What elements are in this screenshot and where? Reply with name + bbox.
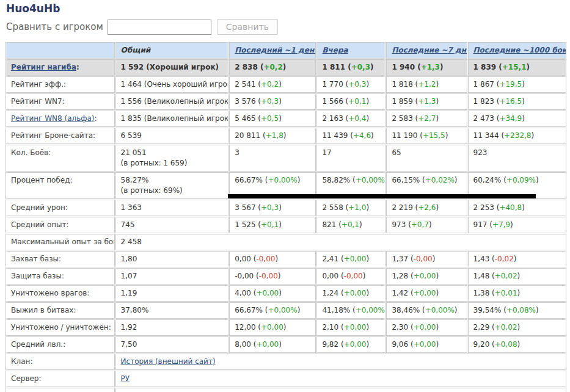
stat-value: 66,15%: [392, 176, 420, 184]
stat-delta: +0,00%: [425, 306, 455, 314]
row-label-cell: Рейтинг WN8 (альфа):: [5, 111, 115, 127]
stat-cell: 38,46% (+0,00%): [386, 302, 467, 319]
stat-delta: +0,02%: [425, 176, 455, 184]
column-header-link[interactable]: Последние ~7 дни: [392, 46, 467, 54]
stat-cell: 1 592 (Хороший игрок): [115, 59, 229, 76]
stat-cell: 2 219 (+2,6): [386, 200, 467, 216]
row-label-cell: Сервер:: [5, 371, 115, 387]
row-label-cell: Процент побед:: [5, 172, 115, 199]
stat-cell: 9,82 (+0,00): [316, 336, 385, 353]
stat-cell: 7,50: [115, 336, 229, 353]
stat-cell: 2 558 (+1,0): [316, 200, 385, 216]
stat-value: 11 344: [473, 131, 499, 140]
row-label-cell: Рейтинг эфф.:: [5, 76, 115, 93]
stat-value: -0,00: [235, 272, 254, 280]
column-header: Вчера: [316, 42, 385, 59]
stat-delta: +7,9: [492, 220, 510, 229]
stats-table-head: ОбщийПоследний ~1 деньВчераПоследние ~7 …: [5, 42, 566, 59]
row-label: Защита базы: [11, 272, 62, 280]
table-row: Средний урон:1 3633 567 (+0,3)2 558 (+1,…: [5, 200, 566, 216]
stat-subvalue: (в ротных: 1 659): [121, 159, 224, 168]
stat-delta: +0,2: [263, 63, 282, 71]
compare-button[interactable]: Сравнить: [217, 19, 278, 35]
column-header-link[interactable]: Последние ~1000 бои: [473, 46, 566, 54]
stat-cell: 1,42 (+0,00): [386, 285, 467, 302]
row-label: Кол. Боёв: [11, 148, 48, 157]
stat-value: 1 811: [322, 63, 345, 71]
stat-cell: 9,06 (+0,00): [386, 336, 467, 353]
stat-delta: +0,00: [344, 255, 367, 263]
stat-cell: История (внешний сайт): [115, 354, 566, 370]
stat-delta: +0,02: [495, 323, 517, 332]
table-row: Выжил в битвах:37,80%66,67% (+0,00%)41,1…: [5, 302, 566, 319]
row-label-link[interactable]: Рейтинг нагиба: [11, 63, 76, 71]
stat-cell: 1 525 (+0,1): [229, 217, 316, 233]
stat-value: 1 770: [322, 80, 343, 89]
stat-value: 11 439: [322, 131, 348, 140]
server-link[interactable]: РУ: [121, 374, 130, 383]
column-header: Общий: [115, 42, 229, 59]
stat-delta: +0,3: [351, 63, 370, 71]
row-label: Средний урон: [11, 203, 65, 212]
stat-cell: 2 838 (+0,2): [229, 59, 316, 76]
compare-player-input[interactable]: [108, 20, 211, 35]
stat-value: 66,67%: [235, 306, 263, 314]
stat-value: 2 583: [392, 114, 412, 123]
stat-value: 1 566: [322, 97, 343, 106]
stat-delta: +0,00: [414, 340, 436, 349]
row-label: Захват базы: [11, 255, 59, 263]
stat-cell: -0,00 (-0,00): [229, 268, 316, 285]
stat-delta: -0,00: [259, 272, 278, 280]
stat-delta: +1,3: [421, 63, 440, 71]
stat-value: 1 592 (Хороший игрок): [121, 63, 219, 71]
stat-value: 7,50: [121, 340, 137, 349]
row-label-link[interactable]: Рейтинг WN8 (альфа): [11, 114, 95, 123]
row-label: Рейтинг WN7: [11, 97, 62, 106]
column-header-link[interactable]: Вчера: [322, 46, 348, 54]
row-label: Рейтинг Броне-сайта: [11, 131, 93, 140]
stat-cell: 923: [468, 145, 566, 172]
stat-value: 2 541: [235, 80, 255, 89]
stat-cell: 6 539: [115, 128, 229, 144]
row-label-cell: Средний лвл.:: [5, 336, 115, 353]
stat-value: 4,00: [235, 289, 251, 297]
row-label: Уничтожено врагов: [11, 289, 87, 297]
stat-cell: 1,48 (+0,02): [468, 268, 566, 285]
stat-delta: +0,3: [261, 203, 279, 212]
table-row: Уничтожено врагов:1,194,00 (+0,00)1,24 (…: [5, 285, 566, 302]
stat-value: 2,30: [392, 323, 408, 332]
stat-cell: 1,19: [115, 285, 229, 302]
stat-delta: +0,00: [344, 340, 367, 349]
stat-value: 2 838: [235, 63, 258, 71]
row-label-cell: Захват базы:: [5, 251, 115, 267]
stat-cell: 1,07: [115, 268, 229, 285]
stat-cell: 745: [115, 217, 229, 233]
column-header-link[interactable]: Последний ~1 день: [235, 46, 316, 54]
stat-cell: 1 556 (Великолепный игрок): [115, 93, 229, 110]
stat-cell: 1 770 (+0,3): [316, 76, 385, 93]
stat-value: 12,00: [235, 323, 255, 332]
stat-cell: 21 051(в ротных: 1 659): [115, 145, 229, 172]
table-row: Захват базы:1,800,00 (-0,00)2,41 (+0,00)…: [5, 251, 566, 267]
stat-value: 0,00: [235, 255, 251, 263]
stat-delta: +0,02: [495, 272, 517, 280]
clan-history-link[interactable]: История (внешний сайт): [121, 357, 216, 366]
stat-cell: 11 439 (+4,6): [316, 128, 385, 144]
stat-cell: 2 473 (+34,9): [468, 111, 566, 127]
stat-cell: 1,92: [115, 319, 229, 336]
stat-cell: 1 835 (Великолепный игрок): [115, 111, 229, 127]
stat-value: 2 458: [121, 238, 142, 246]
stat-value: 1 839: [473, 63, 497, 71]
stat-value: 2,29: [473, 323, 490, 332]
stat-delta: +0,00: [344, 323, 367, 332]
stat-cell: 1 839 (+15,1): [468, 59, 566, 76]
row-label: Уничтожено / уничтожен: [11, 323, 109, 332]
stat-cell: 41,18% (+0,00%): [316, 302, 385, 319]
stat-cell: 1 867 (+19,5): [468, 76, 566, 93]
table-row: Уничтожено / уничтожен:1,9212,00 (+0,00)…: [5, 319, 566, 336]
row-label-cell: Средний урон:: [5, 200, 115, 216]
stat-cell: 65: [386, 145, 467, 172]
stat-value: 17: [322, 148, 331, 157]
stat-value: 39,54%: [473, 306, 502, 314]
stat-delta: +0,08: [495, 340, 517, 349]
